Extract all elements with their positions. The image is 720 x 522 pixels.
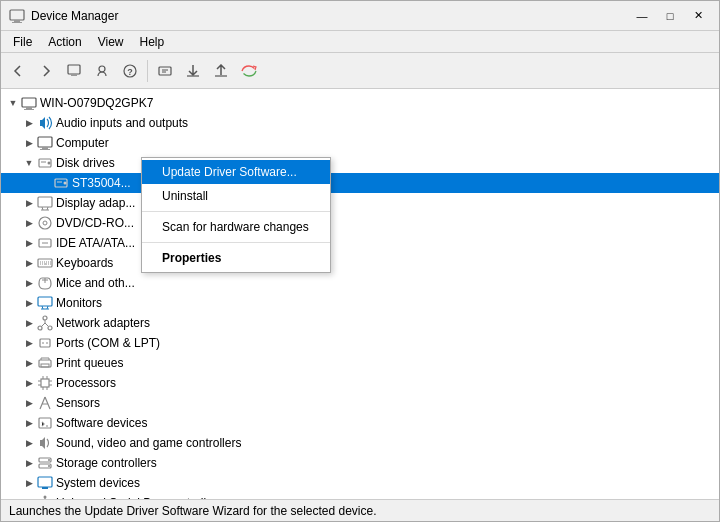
tree-item-diskdrives[interactable]: ▼ Disk drives	[1, 153, 719, 173]
toolbar-btn-5[interactable]	[208, 58, 234, 84]
svg-point-25	[43, 316, 47, 320]
tree-item-mice[interactable]: ▶ Mice and oth...	[1, 273, 719, 293]
sound-expander[interactable]: ▶	[21, 435, 37, 451]
mice-label: Mice and oth...	[56, 276, 135, 290]
storage-expander[interactable]: ▶	[21, 455, 37, 471]
network-icon	[37, 315, 53, 331]
context-menu-separator-1	[142, 211, 330, 212]
device-manager-window: Device Manager — □ ✕ File Action View He…	[0, 0, 720, 522]
tree-item-display[interactable]: ▶ Display adap...	[1, 193, 719, 213]
tree-item-print[interactable]: ▶ Print queues	[1, 353, 719, 373]
ide-icon	[37, 235, 53, 251]
diskdrives-expander[interactable]: ▼	[21, 155, 37, 171]
tree-item-system[interactable]: ▶ System devices	[1, 473, 719, 493]
close-button[interactable]: ✕	[685, 6, 711, 26]
svg-point-20	[39, 217, 51, 229]
tree-item-keyboards[interactable]: ▶ Keyboards	[1, 253, 719, 273]
tree-item-processors[interactable]: ▶ Processors	[1, 373, 719, 393]
network-label: Network adapters	[56, 316, 150, 330]
menu-bar: File Action View Help	[1, 31, 719, 53]
svg-point-35	[48, 459, 50, 461]
usb-expander[interactable]: ▶	[21, 495, 37, 499]
system-expander[interactable]: ▶	[21, 475, 37, 491]
context-menu-separator-2	[142, 242, 330, 243]
svg-rect-30	[41, 364, 49, 367]
menu-action[interactable]: Action	[40, 33, 89, 51]
monitors-expander[interactable]: ▶	[21, 295, 37, 311]
toolbar-btn-2[interactable]	[89, 58, 115, 84]
root-expander[interactable]: ▼	[5, 95, 21, 111]
svg-rect-14	[40, 149, 50, 150]
sensors-expander[interactable]: ▶	[21, 395, 37, 411]
svg-rect-24	[38, 297, 52, 306]
display-expander[interactable]: ▶	[21, 195, 37, 211]
ports-expander[interactable]: ▶	[21, 335, 37, 351]
back-button[interactable]	[5, 58, 31, 84]
tree-item-ide[interactable]: ▶ IDE ATA/ATA...	[1, 233, 719, 253]
forward-button[interactable]	[33, 58, 59, 84]
audio-expander[interactable]: ▶	[21, 115, 37, 131]
tree-item-network[interactable]: ▶ Network adapters	[1, 313, 719, 333]
svg-point-36	[48, 465, 50, 467]
audio-icon	[37, 115, 53, 131]
software-label: Software devices	[56, 416, 147, 430]
svg-point-27	[48, 326, 52, 330]
tree-view[interactable]: ▼ WIN-O079DQ2GPK7 ▶	[1, 89, 719, 499]
menu-view[interactable]: View	[90, 33, 132, 51]
context-menu: Update Driver Software... Uninstall Scan…	[141, 157, 331, 273]
svg-rect-38	[42, 487, 48, 489]
dvd-expander[interactable]: ▶	[21, 215, 37, 231]
ide-expander[interactable]: ▶	[21, 235, 37, 251]
toolbar: ?	[1, 53, 719, 89]
tree-item-dvd[interactable]: ▶ DVD/CD-RO...	[1, 213, 719, 233]
mice-expander[interactable]: ▶	[21, 275, 37, 291]
svg-rect-9	[22, 98, 36, 107]
print-expander[interactable]: ▶	[21, 355, 37, 371]
tree-item-sensors[interactable]: ▶ Sensors	[1, 393, 719, 413]
svg-rect-11	[24, 109, 34, 110]
st35004-expander[interactable]	[37, 175, 53, 191]
st35004-icon	[53, 175, 69, 191]
monitors-label: Monitors	[56, 296, 102, 310]
keyboards-expander[interactable]: ▶	[21, 255, 37, 271]
toolbar-btn-6[interactable]	[236, 58, 262, 84]
root-icon	[21, 95, 37, 111]
context-menu-properties[interactable]: Properties	[142, 246, 330, 270]
toolbar-btn-1[interactable]	[61, 58, 87, 84]
tree-item-computer[interactable]: ▶ Computer	[1, 133, 719, 153]
svg-rect-4	[71, 74, 77, 76]
network-expander[interactable]: ▶	[21, 315, 37, 331]
tree-item-monitors[interactable]: ▶ Monitors	[1, 293, 719, 313]
tree-item-storage[interactable]: ▶ Storage controllers	[1, 453, 719, 473]
processors-expander[interactable]: ▶	[21, 375, 37, 391]
tree-item-audio[interactable]: ▶ Audio inputs and outputs	[1, 113, 719, 133]
context-menu-scan[interactable]: Scan for hardware changes	[142, 215, 330, 239]
tree-item-ports[interactable]: ▶ Ports (COM & LPT)	[1, 333, 719, 353]
window-title: Device Manager	[31, 9, 118, 23]
minimize-button[interactable]: —	[629, 6, 655, 26]
tree-item-sound[interactable]: ▶ Sound, video and game controllers	[1, 433, 719, 453]
svg-point-26	[38, 326, 42, 330]
monitors-icon	[37, 295, 53, 311]
svg-text:?: ?	[127, 66, 133, 76]
toolbar-btn-4[interactable]	[180, 58, 206, 84]
status-text: Launches the Update Driver Software Wiza…	[9, 504, 377, 518]
tree-item-usb[interactable]: ▶ Universal Serial Bus controllers	[1, 493, 719, 499]
tree-item-software[interactable]: ▶ Software devices	[1, 413, 719, 433]
software-expander[interactable]: ▶	[21, 415, 37, 431]
context-menu-uninstall[interactable]: Uninstall	[142, 184, 330, 208]
tree-item-st35004[interactable]: ST35004...	[1, 173, 719, 193]
maximize-button[interactable]: □	[657, 6, 683, 26]
menu-file[interactable]: File	[5, 33, 40, 51]
tree-root[interactable]: ▼ WIN-O079DQ2GPK7	[1, 93, 719, 113]
computer-expander[interactable]: ▶	[21, 135, 37, 151]
toolbar-separator-1	[147, 60, 148, 82]
title-controls: — □ ✕	[629, 6, 711, 26]
toolbar-btn-3[interactable]	[152, 58, 178, 84]
audio-label: Audio inputs and outputs	[56, 116, 188, 130]
app-icon	[9, 8, 25, 24]
context-menu-update-driver[interactable]: Update Driver Software...	[142, 160, 330, 184]
svg-rect-2	[12, 22, 22, 23]
menu-help[interactable]: Help	[132, 33, 173, 51]
help-button[interactable]: ?	[117, 58, 143, 84]
